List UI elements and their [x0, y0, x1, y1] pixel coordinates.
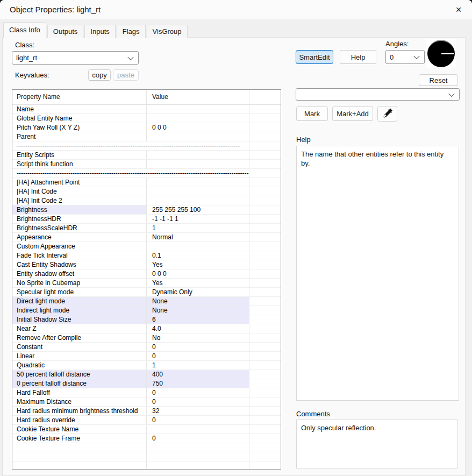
property-value-cell[interactable]: 0 [147, 434, 249, 443]
property-name-cell[interactable]: Name [12, 105, 147, 113]
property-value-cell[interactable] [147, 425, 249, 434]
property-value-cell[interactable]: 400 [147, 370, 249, 379]
property-row: Hard radius minimum brightness threshold… [12, 407, 281, 416]
property-name-cell[interactable]: Specular light mode [12, 288, 147, 296]
property-value-cell[interactable] [147, 151, 249, 159]
property-value-cell[interactable]: Yes [147, 279, 249, 287]
property-name-cell[interactable]: 0 percent falloff distance [12, 379, 147, 388]
property-value-cell[interactable]: 0 [147, 388, 249, 397]
tab-class-info[interactable]: Class Info [3, 22, 46, 38]
property-name-cell[interactable] [12, 452, 147, 461]
property-value-cell[interactable]: 0 0 0 [147, 269, 249, 278]
property-name-cell[interactable]: [HA] Init Code 2 [12, 196, 147, 205]
property-name-cell[interactable] [12, 461, 147, 470]
property-name-cell[interactable]: Brightness [12, 205, 147, 214]
property-name-cell[interactable]: Appearance [12, 233, 147, 241]
property-name-cell[interactable]: Custom Appearance [12, 242, 147, 251]
property-name-cell[interactable]: Fade Tick Interval [12, 251, 147, 260]
smartedit-button[interactable]: SmartEdit [296, 50, 333, 64]
property-value-cell[interactable] [147, 132, 249, 141]
property-value-cell[interactable]: 0 [147, 416, 249, 424]
property-value-cell[interactable]: Normal [147, 233, 249, 241]
property-value-cell[interactable]: Dynamic Only [147, 288, 249, 296]
angles-combobox[interactable]: 0 [385, 50, 425, 64]
value-combobox[interactable] [296, 88, 460, 101]
property-row: Brightness255 255 255 100 [12, 205, 281, 215]
comments-text-box[interactable]: Only specular reflection. [296, 420, 458, 468]
property-extra-cell [249, 242, 281, 251]
property-name-cell[interactable]: Indirect light mode [12, 306, 147, 315]
property-value-cell[interactable]: 0 [147, 352, 249, 360]
help-button[interactable]: Help [340, 50, 376, 64]
property-extra-cell [249, 297, 281, 306]
property-name-cell[interactable]: Initial Shadow Size [12, 315, 147, 324]
property-value-cell[interactable]: 750 [147, 379, 249, 388]
angle-dial[interactable] [426, 39, 456, 68]
property-name-cell[interactable] [12, 443, 147, 452]
property-value-cell[interactable] [147, 242, 249, 251]
eyedropper-button[interactable] [377, 106, 397, 122]
property-value-cell[interactable]: 1 [147, 224, 249, 232]
property-name-cell[interactable]: Pitch Yaw Roll (X Y Z) [12, 123, 147, 132]
paste-button[interactable]: paste [113, 69, 139, 81]
property-name-cell[interactable]: Maximum Distance [12, 397, 147, 406]
mark-add-button[interactable]: Mark+Add [332, 106, 373, 121]
property-value-cell[interactable]: Yes [147, 260, 249, 269]
property-value-cell[interactable]: 32 [147, 407, 249, 415]
reset-button[interactable]: Reset [419, 74, 458, 86]
property-name-cell[interactable]: Global Entity Name [12, 114, 147, 123]
property-value-cell[interactable] [147, 461, 249, 470]
property-value-cell[interactable]: 6 [147, 315, 249, 324]
property-value-cell[interactable]: 255 255 255 100 [147, 205, 249, 214]
property-value-cell[interactable] [147, 105, 249, 113]
property-name-cell[interactable]: Hard radius override [12, 416, 147, 424]
property-value-cell[interactable] [147, 160, 249, 168]
property-name-cell[interactable]: Cookie Texture Name [12, 425, 147, 434]
property-value-cell[interactable]: 0 [147, 343, 249, 351]
mark-button[interactable]: Mark [296, 106, 328, 121]
tab-flags[interactable]: Flags [117, 25, 146, 38]
property-name-cell[interactable]: Quadratic [12, 361, 147, 370]
class-combobox[interactable]: light_rt [12, 51, 139, 65]
copy-button[interactable]: copy [88, 69, 111, 81]
property-name-cell[interactable]: Entity Scripts [12, 151, 147, 159]
property-name-cell[interactable]: Hard radius minimum brightness threshold [12, 407, 147, 415]
property-name-cell[interactable]: [HA] Init Code [12, 187, 147, 196]
property-name-cell[interactable]: Entity shadow offset [12, 269, 147, 278]
property-name-cell[interactable]: No Sprite in Cubemap [12, 279, 147, 287]
property-value-cell[interactable] [147, 443, 249, 452]
tab-inputs[interactable]: Inputs [84, 25, 115, 38]
property-value-cell[interactable] [147, 196, 249, 205]
property-name-cell[interactable]: Cast Entity Shadows [12, 260, 147, 269]
property-name-cell[interactable]: 50 percent falloff distance [12, 370, 147, 379]
property-value-cell[interactable]: 4.0 [147, 324, 249, 333]
property-value-cell[interactable]: None [147, 306, 249, 315]
property-value-cell[interactable]: No [147, 333, 249, 342]
property-name-cell[interactable]: Parent [12, 132, 147, 141]
property-value-cell[interactable]: -1 -1 -1 1 [147, 215, 249, 223]
property-name-cell[interactable]: Constant [12, 343, 147, 351]
property-value-cell[interactable]: None [147, 297, 249, 306]
property-name-cell[interactable]: BrightnessScaleHDR [12, 224, 147, 232]
close-button[interactable]: × [450, 2, 467, 17]
property-name-cell[interactable]: Remove After Compile [12, 333, 147, 342]
property-name-cell[interactable]: Cookie Texture Frame [12, 434, 147, 443]
property-row: Pitch Yaw Roll (X Y Z)0 0 0 [12, 123, 281, 132]
property-value-cell[interactable]: 0 0 0 [147, 123, 249, 132]
property-value-cell[interactable] [147, 114, 249, 123]
tab-outputs[interactable]: Outputs [47, 25, 84, 38]
property-name-cell[interactable]: Linear [12, 352, 147, 360]
property-value-cell[interactable] [147, 452, 249, 461]
property-value-cell[interactable]: 1 [147, 361, 249, 370]
tab-visgroup[interactable]: VisGroup [147, 25, 188, 38]
property-value-cell[interactable]: 0.1 [147, 251, 249, 260]
property-name-cell[interactable]: [HA] Attachment Point [12, 178, 147, 187]
property-value-cell[interactable] [147, 187, 249, 196]
property-name-cell[interactable]: Hard Falloff [12, 388, 147, 397]
property-name-cell[interactable]: Near Z [12, 324, 147, 333]
property-value-cell[interactable]: 0 [147, 397, 249, 406]
property-name-cell[interactable]: Script think function [12, 160, 147, 168]
property-name-cell[interactable]: BrightnessHDR [12, 215, 147, 223]
property-name-cell[interactable]: Direct light mode [12, 297, 147, 306]
property-value-cell[interactable] [147, 178, 249, 187]
